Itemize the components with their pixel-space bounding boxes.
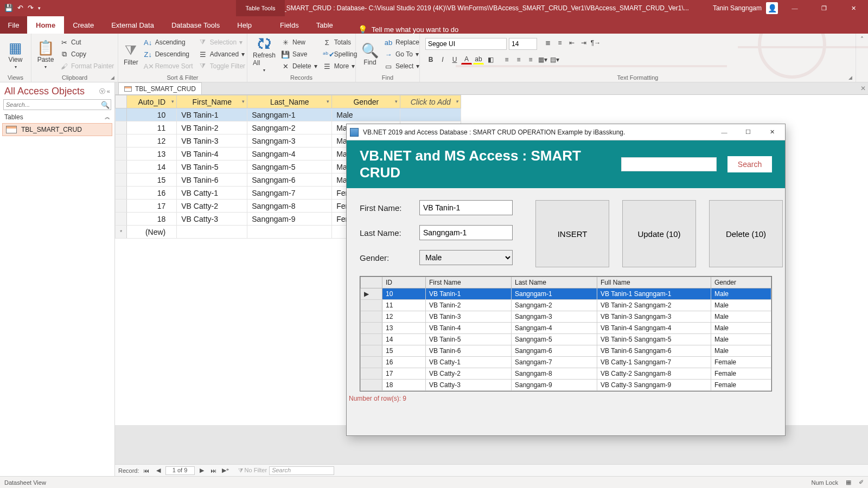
select-button[interactable]: ▭Select ▾	[384, 61, 419, 72]
nav-title[interactable]: All Access Objects	[4, 86, 85, 97]
user-avatar-icon[interactable]: 👤	[766, 2, 778, 14]
col-gender[interactable]: Gender▾	[332, 95, 400, 108]
refresh-all-button[interactable]: 🗘Refresh All▾	[253, 36, 276, 73]
delete-button[interactable]: ✕Delete ▾	[281, 61, 317, 72]
collapse-ribbon-button[interactable]: ˄	[856, 34, 868, 82]
vb-minimize-button[interactable]: —	[714, 129, 734, 136]
new-row-cell[interactable]: (New)	[127, 226, 177, 239]
nav-item-tbl-smart-crud[interactable]: TBL_SMART_CRUD	[2, 123, 112, 136]
select-all-cell[interactable]	[116, 95, 127, 108]
user-name[interactable]: Tanin Sangngam	[713, 4, 762, 12]
row-selector[interactable]	[116, 134, 127, 147]
chevron-down-icon[interactable]: ▾	[171, 99, 174, 104]
grid-row-header[interactable]	[361, 380, 382, 391]
new-button[interactable]: ✳New	[281, 37, 317, 48]
grid-row-header[interactable]	[361, 334, 382, 345]
save-record-button[interactable]: 💾Save	[281, 49, 317, 60]
copy-button[interactable]: ⧉Copy	[60, 49, 114, 60]
ascending-button[interactable]: A↓Ascending	[144, 37, 193, 48]
cut-button[interactable]: ✂Cut	[60, 37, 114, 48]
ltr-icon[interactable]: ¶→	[590, 38, 601, 48]
totals-button[interactable]: ΣTotals	[323, 37, 358, 48]
qat-more-icon[interactable]: ▾	[38, 5, 41, 11]
more-button[interactable]: ☰More ▾	[323, 61, 358, 72]
search-icon[interactable]: 🔍	[100, 101, 111, 109]
grid-row[interactable]: 16 VB Catty-1 Sangngam-7 VB Catty-1 Sang…	[361, 357, 771, 368]
col-last-name[interactable]: Last_Name▾	[247, 95, 332, 108]
undo-icon[interactable]: ↶	[17, 4, 23, 12]
row-selector[interactable]	[116, 187, 127, 200]
bullets-icon[interactable]: ≣	[542, 38, 553, 48]
align-center-icon[interactable]: ≡	[513, 55, 524, 65]
paste-button[interactable]: 📋Paste▾	[37, 36, 54, 73]
save-icon[interactable]: 💾	[4, 4, 13, 12]
minimize-button[interactable]: —	[782, 0, 807, 16]
record-position[interactable]: 1 of 9	[165, 466, 195, 475]
replace-button[interactable]: abReplace	[384, 37, 419, 48]
clipboard-launcher-icon[interactable]: ◢	[111, 75, 114, 80]
record-search-input[interactable]: Search	[269, 466, 334, 475]
row-selector[interactable]	[116, 147, 127, 160]
tab-external-data[interactable]: External Data	[103, 16, 163, 34]
row-selector[interactable]	[116, 121, 127, 134]
vb-close-button[interactable]: ✕	[762, 129, 782, 136]
chevron-down-icon[interactable]: ▾	[456, 99, 458, 104]
textfmt-launcher-icon[interactable]: ◢	[848, 75, 852, 80]
align-left-icon[interactable]: ≡	[501, 55, 512, 65]
remove-sort-button[interactable]: A✕Remove Sort	[144, 61, 193, 72]
grid-row-header[interactable]	[361, 323, 382, 334]
highlight-button[interactable]: ab	[473, 55, 484, 65]
select-gender[interactable]: Male	[419, 250, 513, 265]
prev-record-button[interactable]: ◀	[154, 467, 163, 474]
grid-col-firstname[interactable]: First Name	[426, 277, 512, 288]
find-button[interactable]: 🔍Find	[361, 36, 379, 73]
font-size-input[interactable]	[509, 38, 537, 50]
new-record-button[interactable]: ▶*	[221, 467, 231, 474]
grid-col-gender[interactable]: Gender	[711, 277, 771, 288]
redo-icon[interactable]: ↷	[28, 4, 34, 12]
view-datasheet-icon[interactable]: ▦	[846, 479, 851, 486]
gridlines-icon[interactable]: ▦▾	[537, 55, 548, 65]
font-color-button[interactable]: A	[461, 55, 472, 65]
decrease-indent-icon[interactable]: ⇥	[578, 38, 589, 48]
close-doc-icon[interactable]: ✕	[860, 85, 866, 92]
underline-button[interactable]: U	[449, 55, 460, 65]
input-last-name[interactable]	[419, 225, 513, 240]
tab-fields[interactable]: Fields	[271, 16, 308, 34]
font-name-input[interactable]	[425, 38, 507, 50]
restore-button[interactable]: ❐	[812, 0, 837, 16]
numbering-icon[interactable]: ≡	[554, 38, 565, 48]
tab-create[interactable]: Create	[64, 16, 103, 34]
vb-search-button[interactable]: Search	[727, 156, 772, 172]
grid-row[interactable]: 14 VB Tanin-5 Sangngam-5 VB Tanin-5 Sang…	[361, 334, 771, 345]
grid-row[interactable]: 13 VB Tanin-4 Sangngam-4 VB Tanin-4 Sang…	[361, 323, 771, 334]
row-selector[interactable]	[116, 213, 127, 226]
grid-row[interactable]: 17 VB Catty-2 Sangngam-8 VB Catty-2 Sang…	[361, 368, 771, 380]
grid-row[interactable]: ▶ 10 VB Tanin-1 Sangngam-1 VB Tanin-1 Sa…	[361, 288, 771, 300]
grid-row[interactable]: 11 VB Tanin-2 Sangngam-2 VB Tanin-2 Sang…	[361, 300, 771, 311]
grid-col-id[interactable]: ID	[382, 277, 426, 288]
first-record-button[interactable]: ⏮	[142, 467, 151, 474]
last-record-button[interactable]: ⏭	[209, 467, 219, 474]
tab-table[interactable]: Table	[308, 16, 342, 34]
col-click-to-add[interactable]: Click to Add▾	[400, 95, 461, 108]
bold-button[interactable]: B	[425, 55, 436, 65]
chevron-down-icon[interactable]: ▾	[242, 99, 245, 104]
selection-button[interactable]: ⧩Selection ▾	[199, 37, 245, 48]
nav-group-tables[interactable]: Tables	[4, 113, 23, 121]
spelling-button[interactable]: ᵃᵇ✔Spelling	[323, 49, 358, 60]
collapse-group-icon[interactable]: ︽	[105, 113, 110, 121]
tab-home[interactable]: Home	[27, 16, 64, 34]
nav-search-input[interactable]	[4, 101, 100, 108]
view-button[interactable]: ▦View▾	[5, 36, 25, 73]
grid-row-header[interactable]	[361, 368, 382, 380]
advanced-button[interactable]: ☰Advanced ▾	[199, 49, 245, 60]
input-first-name[interactable]	[419, 200, 513, 215]
update-button[interactable]: Update (10)	[622, 200, 696, 267]
row-selector[interactable]	[116, 174, 127, 187]
toggle-filter-button[interactable]: ⧩Toggle Filter	[199, 61, 245, 72]
row-selector[interactable]	[116, 200, 127, 213]
view-design-icon[interactable]: ✐	[859, 479, 864, 486]
grid-row[interactable]: 12 VB Tanin-3 Sangngam-3 VB Tanin-3 Sang…	[361, 311, 771, 323]
document-tab[interactable]: TBL_SMART_CRUD	[118, 82, 202, 94]
